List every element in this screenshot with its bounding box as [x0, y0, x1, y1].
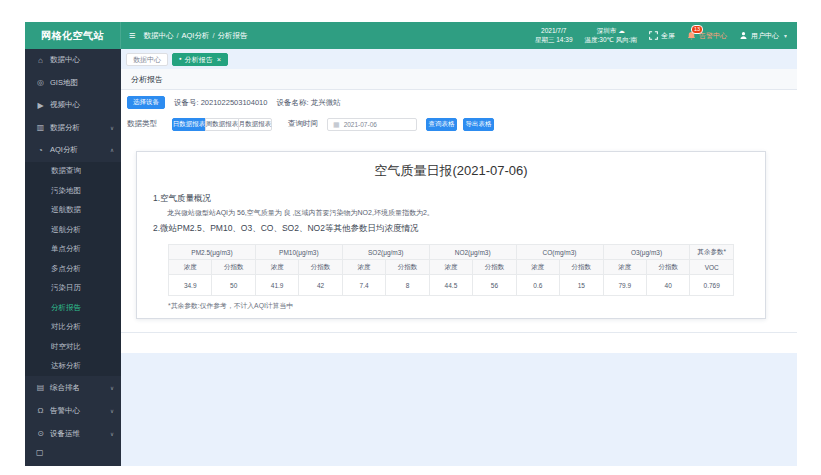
sidebar-item-partial[interactable]: ▢	[25, 445, 121, 459]
sidebar-item-label: 视频中心	[50, 100, 80, 110]
alarm-center-button[interactable]: 13 告警中心	[687, 31, 727, 41]
sidebar: ⌂数据中心◎GIS地图▶视频中心▥数据分析∨◔AQI分析∧ 数据查询污染地图巡航…	[25, 49, 121, 466]
sidebar-subitem-pollution-map[interactable]: 污染地图	[25, 181, 121, 201]
chevron-down-icon: ∨	[110, 431, 114, 437]
table-cell: 8	[386, 275, 429, 296]
bell-icon: Ω	[36, 406, 45, 415]
report-params-heading: 2.微站PM2.5、PM10、O3、CO、SO2、NO2等其他参数日均浓度情况	[153, 223, 418, 235]
calendar-icon: ▦	[333, 121, 340, 128]
table-cell: 34.9	[169, 275, 212, 296]
tab-close-icon[interactable]: ×	[217, 56, 221, 64]
report-card: 空气质量日报(2021-07-06) 1.空气质量概况 龙兴微站微型站AQI为 …	[136, 151, 766, 319]
video-icon: ▶	[36, 101, 45, 110]
table-group-header: PM10(μg/m3)	[255, 245, 342, 260]
sidebar-item-label: 数据分析	[50, 123, 80, 133]
sidebar-item-comprehensive-ranking[interactable]: ▤综合排名∨	[25, 376, 121, 399]
app-logo: 网格化空气站	[25, 22, 121, 49]
data-type-option[interactable]: 月数据报表	[238, 118, 272, 131]
table-sub-header: 分指数	[386, 260, 429, 275]
table-cell: 40	[646, 275, 689, 296]
sidebar-subitem-cruise-data[interactable]: 巡航数据	[25, 201, 121, 221]
sidebar-subitem-pollution-calendar[interactable]: 污染日历	[25, 279, 121, 299]
sidebar-subitem-spacetime-comparison[interactable]: 时空对比	[25, 337, 121, 357]
export-table-button[interactable]: 导出表格	[463, 118, 494, 131]
report-footnote: *其余参数:仅作参考，不计入AQI计算当中	[168, 301, 293, 311]
sidebar-item-video-center[interactable]: ▶视频中心	[25, 94, 121, 117]
sidebar-item-data-center[interactable]: ⌂数据中心	[25, 49, 121, 72]
table-cell: 44.5	[429, 275, 472, 296]
sidebar-subitem-standard-analysis[interactable]: 达标分析	[25, 357, 121, 377]
sidebar-item-device-ops[interactable]: ⊙设备运维∨	[25, 422, 121, 445]
sidebar-subitem-data-query[interactable]: 数据查询	[25, 162, 121, 182]
user-label: 用户中心	[751, 31, 779, 41]
fullscreen-button[interactable]: 全屏	[649, 31, 675, 41]
table-sub-header: 分指数	[646, 260, 689, 275]
table-sub-header: 浓度	[516, 260, 559, 275]
sidebar-item-alarm-center[interactable]: Ω告警中心∨	[25, 399, 121, 422]
tab-data-center[interactable]: 数据中心	[126, 53, 168, 66]
app-window: 网格化空气站 ≡ 数据中心/AQI分析/分析报告 2021/7/7 星期三 14…	[25, 22, 797, 466]
table-data-row: 34.95041.9427.4844.5560.61579.9400.769	[169, 275, 734, 296]
report-table-head: PM2.5(μg/m3)PM10(μg/m3)SO2(μg/m3)NO2(μg/…	[169, 245, 734, 275]
sidebar-item-label: 告警中心	[50, 406, 80, 416]
menu-toggle-icon[interactable]: ≡	[129, 30, 135, 41]
ranking-list-icon: ▤	[36, 383, 45, 392]
breadcrumb-item[interactable]: 分析报告	[218, 31, 248, 41]
device-row: 选择设备 设备号: 2021022503104010 设备名称: 龙兴微站	[127, 96, 341, 109]
tab-bar: 数据中心●分析报告×	[121, 49, 797, 69]
breadcrumb-item[interactable]: 数据中心	[143, 31, 173, 41]
table-group-header: O3(μg/m3)	[603, 245, 690, 260]
breadcrumb-separator: /	[176, 31, 178, 40]
sidebar-item-label: 数据中心	[50, 55, 80, 65]
sidebar-subitem-multi-point-analysis[interactable]: 多点分析	[25, 259, 121, 279]
map-marker-icon: ◎	[36, 78, 45, 87]
main-content: 数据中心●分析报告× 分析报告 选择设备 设备号: 20210225031040…	[121, 49, 797, 466]
sidebar-subitem-comparison-analysis[interactable]: 对比分析	[25, 318, 121, 338]
chevron-down-icon: ∨	[110, 125, 114, 131]
home-icon: ⌂	[36, 56, 45, 65]
sidebar-item-data-analysis[interactable]: ▥数据分析∨	[25, 117, 121, 140]
tab-label: 数据中心	[133, 55, 161, 65]
data-type-option[interactable]: 周数据报表	[205, 118, 239, 131]
table-cell: 0.769	[690, 275, 734, 296]
aqi-gauge-icon: ◔	[36, 146, 45, 155]
device-no-text: 设备号: 2021022503104010	[174, 98, 267, 108]
tab-label: 分析报告	[185, 55, 213, 65]
table-sub-header: VOC	[690, 260, 734, 275]
bar-chart-icon: ▥	[36, 123, 45, 132]
device-name-value: 龙兴微站	[311, 98, 341, 107]
query-table-button[interactable]: 查询表格	[426, 118, 457, 131]
data-type-group: 日数据报表周数据报表月数据报表	[172, 118, 272, 131]
sidebar-subitem-cruise-analysis[interactable]: 巡航分析	[25, 220, 121, 240]
sidebar-item-aqi-analysis[interactable]: ◔AQI分析∧	[25, 139, 121, 162]
select-device-button[interactable]: 选择设备	[127, 96, 165, 109]
table-group-header: SO2(μg/m3)	[342, 245, 429, 260]
sidebar-item-label: 设备运维	[50, 429, 80, 439]
sidebar-subitem-single-point-analysis[interactable]: 单点分析	[25, 240, 121, 260]
report-title: 空气质量日报(2021-07-06)	[137, 162, 765, 180]
weather-city: 深圳市	[597, 27, 617, 34]
date-text: 2021/7/7	[535, 27, 573, 35]
table-sub-header: 浓度	[255, 260, 298, 275]
weekday-time-text: 星期三 14:39	[535, 36, 573, 44]
sidebar-item-label: GIS地图	[50, 78, 78, 88]
user-icon	[739, 31, 748, 40]
fullscreen-label: 全屏	[661, 31, 675, 41]
tab-analysis-report[interactable]: ●分析报告×	[172, 53, 228, 66]
chevron-down-icon: ▾	[784, 32, 787, 39]
content-panel: 选择设备 设备号: 2021022503104010 设备名称: 龙兴微站 数据…	[121, 90, 797, 353]
query-date-input[interactable]: ▦ 2021-07-06	[327, 118, 417, 131]
breadcrumb-item[interactable]: AQI分析	[182, 31, 210, 41]
report-table-body: 34.95041.9427.4844.5560.61579.9400.769	[169, 275, 734, 296]
sidebar-subitem-analysis-report[interactable]: 分析报告	[25, 298, 121, 318]
data-type-option[interactable]: 日数据报表	[172, 118, 206, 131]
table-group-header: PM2.5(μg/m3)	[169, 245, 256, 260]
chevron-down-icon: ∨	[110, 408, 114, 414]
table-cell: 41.9	[255, 275, 298, 296]
sidebar-item-gis-map[interactable]: ◎GIS地图	[25, 72, 121, 95]
query-time-label: 查询时间	[288, 119, 318, 129]
device-name-text: 设备名称: 龙兴微站	[276, 98, 340, 108]
user-center-button[interactable]: 用户中心 ▾	[739, 31, 787, 41]
table-sub-header: 浓度	[429, 260, 472, 275]
alarm-label: 告警中心	[699, 31, 727, 41]
